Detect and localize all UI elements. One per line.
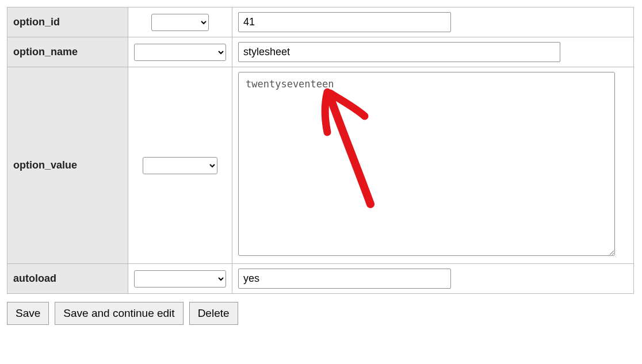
delete-button[interactable]: Delete (189, 302, 238, 325)
save-button[interactable]: Save (7, 302, 49, 325)
function-select-option-value[interactable] (143, 157, 217, 174)
row-option-value: option_value (7, 67, 634, 264)
label-option-id: option_id (7, 7, 128, 37)
function-select-option-id[interactable] (151, 14, 209, 31)
function-select-option-name[interactable] (134, 44, 226, 61)
input-autoload[interactable] (238, 269, 451, 289)
action-buttons: Save Save and continue edit Delete (7, 302, 635, 325)
label-option-value: option_value (7, 67, 128, 264)
label-option-name: option_name (7, 37, 128, 67)
input-option-name[interactable] (238, 42, 560, 62)
label-autoload: autoload (7, 264, 128, 294)
input-option-id[interactable] (238, 12, 451, 32)
edit-row-table: option_id option_name option_value (7, 7, 634, 294)
row-option-name: option_name (7, 37, 634, 67)
function-select-autoload[interactable] (134, 270, 226, 288)
save-and-continue-button[interactable]: Save and continue edit (55, 302, 183, 325)
textarea-option-value[interactable] (238, 72, 615, 256)
row-autoload: autoload (7, 264, 634, 294)
row-option-id: option_id (7, 7, 634, 37)
